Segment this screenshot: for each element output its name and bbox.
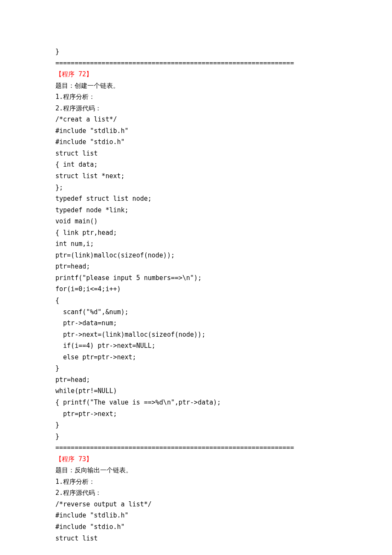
code-line: while(ptr!=NULL) — [55, 385, 337, 397]
document-page: }=======================================… — [0, 0, 392, 555]
code-line: 1.程序分析： — [55, 476, 337, 488]
code-line: 2.程序源代码： — [55, 103, 337, 114]
code-line: struct list — [55, 533, 337, 544]
code-line: #include "stdlib.h" — [55, 125, 337, 137]
code-line: 题目：创建一个链表。 — [55, 80, 337, 92]
code-line: ptr=head; — [55, 261, 337, 272]
code-line: { — [55, 295, 337, 306]
code-line: 1.程序分析： — [55, 91, 337, 103]
code-line: typedef struct list node; — [55, 193, 337, 205]
code-line: 【程序 73】 — [55, 454, 337, 465]
code-line: } — [55, 419, 337, 431]
code-line: struct list *next; — [55, 171, 337, 182]
code-line: ptr=head; — [55, 374, 337, 386]
code-line: ptr=ptr->next; — [55, 408, 337, 420]
code-line: #include "stdio.h" — [55, 136, 337, 148]
code-line: } — [55, 363, 337, 374]
code-line: /*creat a list*/ — [55, 114, 337, 125]
code-line: } — [55, 431, 337, 442]
code-line: #include "stdio.h" — [55, 521, 337, 533]
code-line: }; — [55, 182, 337, 194]
code-line: struct list — [55, 148, 337, 159]
code-line: ptr->data=num; — [55, 318, 337, 329]
code-line: scanf("%d",&num); — [55, 306, 337, 318]
code-line: if(i==4) ptr->next=NULL; — [55, 340, 337, 352]
document-content: }=======================================… — [55, 46, 337, 544]
code-line: { link ptr,head; — [55, 227, 337, 239]
code-line: typedef node *link; — [55, 205, 337, 216]
code-line: else ptr=ptr->next; — [55, 352, 337, 363]
code-line: { int data; — [55, 159, 337, 171]
code-line: printf("please input 5 numbers==>\n"); — [55, 272, 337, 284]
code-line: for(i=0;i<=4;i++) — [55, 283, 337, 295]
code-line: ptr=(link)malloc(sizeof(node)); — [55, 250, 337, 261]
code-line: 2.程序源代码： — [55, 487, 337, 499]
code-line: ========================================… — [55, 58, 337, 69]
code-line: /*reverse output a list*/ — [55, 499, 337, 510]
code-line: void main() — [55, 216, 337, 227]
code-line: int num,i; — [55, 238, 337, 250]
code-line: { printf("The value is ==>%d\n",ptr->dat… — [55, 397, 337, 408]
code-line: 【程序 72】 — [55, 69, 337, 80]
code-line: #include "stdlib.h" — [55, 510, 337, 521]
code-line: ========================================… — [55, 442, 337, 454]
code-line: 题目：反向输出一个链表。 — [55, 465, 337, 476]
code-line: ptr->next=(link)malloc(sizeof(node)); — [55, 329, 337, 341]
code-line: } — [55, 46, 337, 58]
